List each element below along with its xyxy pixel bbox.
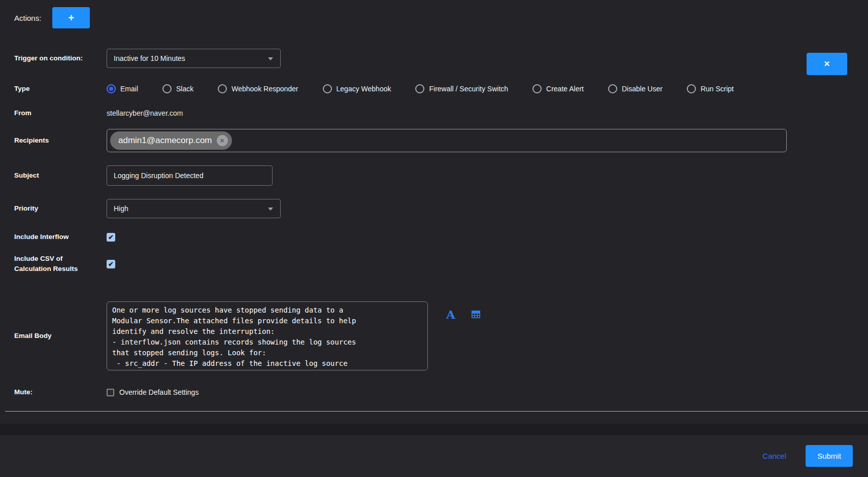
include-csv-row: Include CSV of Calculation Results bbox=[14, 254, 868, 274]
radio-icon bbox=[608, 84, 617, 93]
type-option-disable-user[interactable]: Disable User bbox=[608, 84, 662, 93]
plus-icon: + bbox=[69, 12, 75, 24]
subject-row: Subject bbox=[14, 165, 868, 186]
remove-recipient-icon[interactable]: ✕ bbox=[217, 135, 228, 146]
include-interflow-row: Include Interflow bbox=[14, 232, 868, 242]
priority-value: High bbox=[114, 205, 128, 213]
priority-label: Priority bbox=[14, 203, 107, 214]
mute-row: Mute: Override Default Settings bbox=[14, 388, 868, 397]
recipients-row: Recipients admin1@acmecorp.com ✕ bbox=[14, 129, 868, 152]
type-option-firewall-security-switch[interactable]: Firewall / Security Switch bbox=[415, 84, 508, 93]
type-option-run-script[interactable]: Run Script bbox=[687, 84, 733, 93]
from-row: From stellarcyber@naver.com bbox=[14, 109, 868, 118]
radio-icon bbox=[532, 84, 542, 93]
subject-label: Subject bbox=[14, 171, 107, 181]
from-label: From bbox=[14, 108, 107, 118]
trigger-condition-row: Trigger on condition: Inactive for 10 Mi… bbox=[14, 49, 868, 68]
email-body-textarea[interactable]: One or more log sources have stopped sen… bbox=[107, 301, 428, 370]
trigger-condition-select[interactable]: Inactive for 10 Minutes bbox=[107, 49, 281, 68]
recipients-input[interactable]: admin1@acmecorp.com ✕ bbox=[107, 129, 787, 152]
include-csv-checkbox[interactable] bbox=[107, 260, 115, 268]
type-option-slack[interactable]: Slack bbox=[162, 84, 193, 93]
trigger-condition-value: Inactive for 10 Minutes bbox=[114, 54, 185, 62]
radio-icon bbox=[162, 84, 172, 93]
recipient-chip-text: admin1@acmecorp.com bbox=[118, 135, 212, 146]
priority-row: Priority High bbox=[14, 199, 868, 218]
action-config-page: Actions: + ✕ Trigger on condition: Inact… bbox=[0, 0, 868, 477]
cancel-button[interactable]: Cancel bbox=[762, 452, 786, 460]
mute-override-checkbox[interactable] bbox=[107, 389, 114, 396]
email-body-toolbar: A bbox=[446, 309, 481, 320]
type-row: Type Email Slack Webhook Responder Legac… bbox=[14, 81, 868, 96]
type-option-legacy-webhook[interactable]: Legacy Webhook bbox=[323, 84, 391, 93]
from-value: stellarcyber@naver.com bbox=[107, 109, 183, 117]
recipients-label: Recipients bbox=[14, 135, 107, 146]
mute-override-label: Override Default Settings bbox=[119, 388, 198, 396]
email-body-row: Email Body One or more log sources have … bbox=[14, 301, 868, 370]
radio-icon bbox=[323, 84, 332, 93]
type-option-email[interactable]: Email bbox=[107, 84, 138, 93]
email-action-form: ✕ Trigger on condition: Inactive for 10 … bbox=[0, 28, 868, 397]
submit-button[interactable]: Submit bbox=[806, 445, 853, 467]
chevron-down-icon bbox=[268, 57, 273, 60]
radio-icon bbox=[218, 84, 227, 93]
insert-table-icon[interactable] bbox=[471, 309, 481, 320]
include-csv-label: Include CSV of Calculation Results bbox=[14, 254, 107, 274]
subject-input[interactable] bbox=[107, 165, 273, 186]
add-action-button[interactable]: + bbox=[52, 7, 90, 28]
type-option-create-alert[interactable]: Create Alert bbox=[532, 84, 584, 93]
section-divider bbox=[5, 411, 868, 412]
recipient-chip: admin1@acmecorp.com ✕ bbox=[110, 131, 232, 150]
footer-bar: Cancel Submit bbox=[0, 435, 868, 477]
radio-icon bbox=[107, 84, 116, 93]
trigger-condition-label: Trigger on condition: bbox=[14, 53, 107, 63]
email-body-label: Email Body bbox=[14, 331, 107, 341]
actions-label: Actions: bbox=[14, 14, 41, 22]
remove-action-button[interactable]: ✕ bbox=[807, 53, 847, 75]
type-label: Type bbox=[14, 84, 107, 94]
actions-header: Actions: + bbox=[0, 0, 868, 28]
mute-label: Mute: bbox=[14, 387, 107, 397]
radio-icon bbox=[415, 84, 424, 93]
font-format-icon[interactable]: A bbox=[446, 309, 455, 320]
include-interflow-label: Include Interflow bbox=[14, 232, 107, 242]
footer-strip bbox=[0, 424, 868, 435]
type-radio-group: Email Slack Webhook Responder Legacy Web… bbox=[107, 84, 734, 93]
type-option-webhook-responder[interactable]: Webhook Responder bbox=[218, 84, 298, 93]
include-interflow-checkbox[interactable] bbox=[107, 233, 115, 242]
close-icon: ✕ bbox=[824, 59, 830, 69]
radio-icon bbox=[687, 84, 696, 93]
chevron-down-icon bbox=[268, 208, 273, 211]
priority-select[interactable]: High bbox=[107, 199, 281, 218]
